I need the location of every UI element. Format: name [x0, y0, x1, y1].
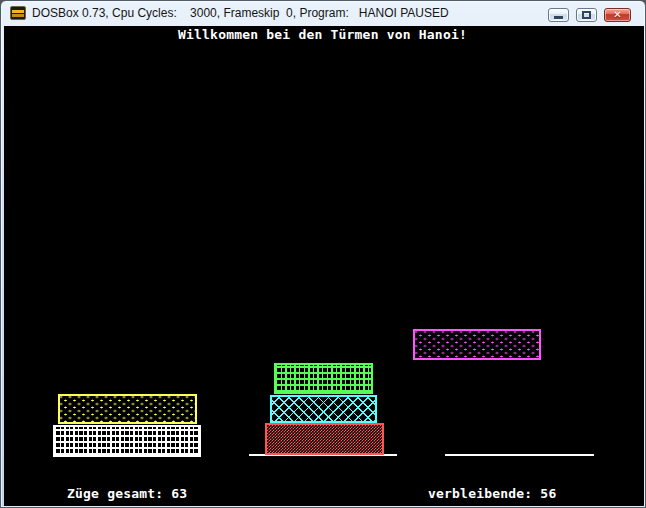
maximize-icon: [582, 11, 591, 19]
disk-cyan: [270, 395, 377, 423]
disk-green-smallest: [274, 363, 373, 394]
dosbox-icon[interactable]: [10, 6, 26, 20]
moves-total-text: Züge gesamt: 63: [67, 486, 187, 501]
dosbox-window: DOSBox 0.73, Cpu Cycles: 3000, Frameskip…: [0, 0, 646, 508]
window-controls: ✕: [548, 8, 631, 22]
disk-white-largest: [53, 425, 201, 457]
disk-red: [265, 423, 384, 455]
close-icon: ✕: [613, 10, 621, 20]
minimize-button[interactable]: [548, 8, 569, 22]
titlebar[interactable]: DOSBox 0.73, Cpu Cycles: 3000, Frameskip…: [1, 1, 645, 25]
dos-screen[interactable]: Willkommen bei den Türmen von Hanoi! Züg…: [4, 26, 644, 506]
minimize-icon: [554, 16, 563, 19]
dosbox-icon-stripe: [12, 10, 24, 13]
game-area: [4, 26, 644, 506]
dosbox-icon-stripe: [12, 14, 24, 17]
disk-magenta-moving: [413, 329, 541, 360]
disk-yellow: [58, 394, 197, 424]
close-button[interactable]: ✕: [604, 8, 631, 22]
maximize-button[interactable]: [576, 8, 597, 22]
moves-remaining-text: verbleibende: 56: [428, 486, 556, 501]
peg-3-base-line: [445, 454, 594, 456]
